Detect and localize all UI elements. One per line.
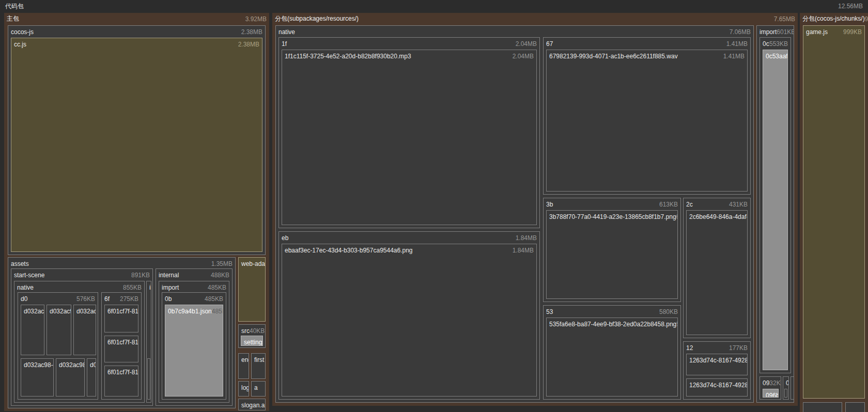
treemap-node-box[interactable] (803, 402, 842, 412)
node-header: first (252, 354, 265, 366)
treemap: 主包3.92MBcocos-js2.38MBcc.js2.38MBassets1… (0, 0, 868, 412)
node-header: 12177KB (684, 342, 750, 354)
treemap-node-settings[interactable]: settings. (241, 336, 263, 346)
node-label: logo.pn (241, 384, 249, 391)
node-header: d032ac9 (74, 305, 96, 317)
treemap-node-first[interactable]: first (251, 353, 266, 379)
treemap-node-0b7c9a4b1-json[interactable]: 0b7c9a4b1.json485KB (165, 305, 223, 397)
node-size: 580KB (676, 321, 677, 328)
node-size: 7.06MB (730, 28, 751, 36)
node-size: 3.92MB (245, 15, 267, 23)
node-header: 6f01cf7f-81 (105, 305, 138, 317)
treemap-node-d032ac9[interactable]: d032ac9 (47, 305, 71, 355)
node-label: d032ac9 (76, 308, 96, 315)
node-size: 275KB (120, 295, 138, 303)
treemap-node-engi[interactable]: engi (238, 353, 249, 379)
node-label: native (17, 284, 34, 291)
treemap-node-6f01cf7f-81[interactable]: 6f01cf7f-81 (104, 366, 138, 397)
node-header: d032ac98-0 (21, 359, 53, 371)
treemap-node-1263d74c-8167-4928[interactable]: 1263d74c-8167-4928 (686, 354, 748, 375)
node-label: 5 (794, 379, 794, 387)
node-header: native7.06MB (276, 26, 753, 38)
node-label: 1f (282, 40, 287, 47)
node-header: 3b788f70-77a0-4419-a23e-13865cb8f1b7.png… (547, 211, 677, 223)
node-label: eb (282, 234, 288, 242)
treemap-node-d032ac98[interactable]: d032ac98- (56, 358, 85, 397)
node-header: d0576KB (18, 293, 98, 305)
treemap-node-d032ac9[interactable]: d032ac9 (21, 305, 44, 355)
node-label: import (760, 28, 777, 36)
treemap-node-game-js[interactable]: game.js999KB (803, 25, 865, 399)
node-header: 5 (791, 377, 794, 389)
node-label: start-scene (14, 272, 44, 279)
node-header: 0b7c9a4b1.json485KB (165, 305, 223, 317)
treemap-node-slogan-a[interactable]: slogan.a (238, 399, 266, 410)
node-label: d0 (21, 295, 27, 303)
node-label: assets (11, 260, 29, 267)
treemap-node-d0[interactable]: d0 (87, 358, 96, 397)
node-header: 0932KB (760, 377, 781, 389)
node-label: d0 (90, 361, 96, 369)
treemap-node-1f1c115f-3725-4e52-a20d-b82b8f930b20-mp3[interactable]: 1f1c115f-3725-4e52-a20d-b82b8f930b20.mp3… (282, 50, 537, 225)
node-label: d032ac9 (50, 308, 71, 315)
treemap-node-logo-pn[interactable]: logo.pn (238, 381, 249, 397)
node-size: 2.38MB (238, 41, 259, 48)
treemap-node-6f01cf7f-81[interactable]: 6f01cf7f-81 (104, 305, 138, 332)
node-size: 2.04MB (513, 53, 534, 60)
node-header: src40KB (239, 325, 265, 337)
node-header: 0c53aafc (763, 50, 787, 62)
node-size: 576KB (76, 295, 95, 303)
node-label: 09 (763, 379, 769, 387)
node-size: 553KB (769, 40, 788, 47)
node-label: import (162, 284, 179, 291)
node-header: 1f1c115f-3725-4e52-a20d-b82b8f930b20.mp3… (282, 50, 536, 62)
treemap-node-5[interactable]: 5 (791, 376, 794, 400)
treemap-node-67982139-993d-4071-ac1b-ee6c2611f885-wav[interactable]: 67982139-993d-4071-ac1b-ee6c2611f885.wav… (546, 50, 748, 192)
node-size: 999KB (843, 28, 862, 36)
node-header: 1f2.04MB (279, 38, 539, 50)
treemap-node-a[interactable]: a (251, 381, 266, 397)
treemap-node-0c53aafc[interactable]: 0c53aafc (763, 50, 788, 370)
node-size: 40KB (250, 327, 265, 335)
node-header: 535fa6e8-ba87-4ee9-bf38-2ed0a22b8458.png… (547, 318, 677, 330)
node-header: 分包(cocos-js/chunks/)999KB (800, 13, 868, 25)
node-size: 855KB (123, 284, 142, 291)
treemap-node-box[interactable] (845, 402, 865, 412)
treemap-node-1263d74c-8167-4928[interactable]: 1263d74c-8167-4928 (686, 378, 748, 397)
treemap-node-096b[interactable]: 096b (763, 389, 779, 398)
node-header: settings. (241, 336, 262, 346)
node-size: 601KB (777, 28, 794, 36)
node-label: 1263d74c-8167-4928 (689, 382, 747, 389)
treemap-node-1[interactable]: 1 (784, 389, 787, 398)
node-label: d032ac98-0 (24, 361, 53, 369)
treemap-node-ebaaf3ec-17ec-43d4-b303-b957ca9544a6-png[interactable]: ebaaf3ec-17ec-43d4-b303-b957ca9544a6.png… (282, 244, 537, 397)
node-header: d0 (87, 359, 96, 371)
node-label: cc.js (14, 41, 26, 48)
treemap-node-3b788f70-77a0-4419-a23e-13865cb8f1b7-png[interactable]: 3b788f70-77a0-4419-a23e-13865cb8f1b7.png… (546, 210, 678, 299)
node-label: d032ac98- (59, 361, 84, 369)
node-label: slogan.a (241, 402, 265, 409)
treemap-node-cc-js[interactable]: cc.js2.38MB (11, 38, 262, 252)
treemap-node-d032ac98-0[interactable]: d032ac98-0 (21, 358, 54, 397)
node-header: 6f275KB (102, 293, 141, 305)
node-header: 096b (763, 389, 778, 398)
treemap-node-535fa6e8-ba87-4ee9-bf38-2ed0a22b8458-png[interactable]: 535fa6e8-ba87-4ee9-bf38-2ed0a22b8458.png… (546, 318, 678, 397)
node-size: 177KB (729, 344, 748, 352)
treemap-node-2c6be649-846a-4daf-8[interactable]: 2c6be649-846a-4daf-8 (686, 210, 748, 335)
node-label: 67 (546, 40, 553, 47)
node-label: 0c53aafc (766, 53, 787, 60)
node-header: 6f01cf7f-81 (105, 366, 138, 378)
node-size: 1.84MB (516, 234, 537, 242)
node-label: 分包(subpackages/resources/) (275, 14, 359, 23)
node-label: 6f01cf7f-81 (107, 339, 138, 346)
treemap-node-web-adapt[interactable]: web-adapt (238, 257, 266, 322)
treemap-node-i[interactable]: i (147, 358, 150, 400)
node-header: 6f01cf7f-81 (105, 336, 138, 348)
node-label: 0 (786, 379, 788, 387)
node-label: 1263d74c-8167-4928 (689, 357, 747, 364)
node-header: slogan.a (239, 399, 265, 410)
treemap-node-d032ac9[interactable]: d032ac9 (73, 305, 96, 355)
node-header: import485KB (159, 281, 229, 293)
treemap-node-6f01cf7f-81[interactable]: 6f01cf7f-81 (104, 336, 138, 362)
node-label: first (254, 356, 264, 363)
